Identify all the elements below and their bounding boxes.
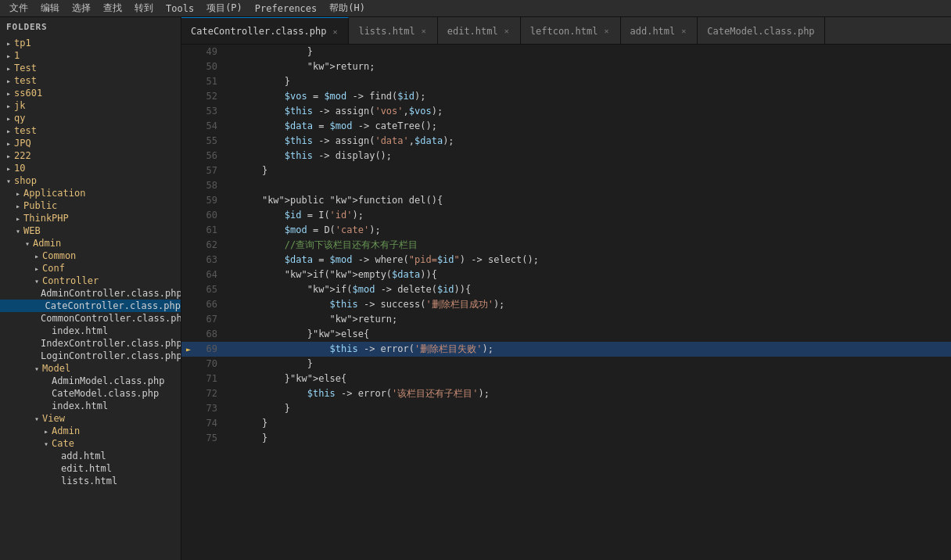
line-number: 51: [196, 74, 227, 89]
menu-help[interactable]: 帮助(H): [323, 0, 371, 16]
tree-label: ss601: [14, 88, 42, 99]
tree-item-jk[interactable]: ▸jk: [0, 99, 181, 112]
code-editor[interactable]: 49 }50 "kw">return;51 }52 $vos = $mod ->…: [181, 45, 951, 560]
menu-select[interactable]: 选择: [66, 0, 97, 16]
tab-close-btn[interactable]: ✕: [420, 26, 428, 36]
folder-arrow: ▸: [31, 264, 42, 273]
tab-tab2[interactable]: lists.html✕: [349, 17, 437, 45]
tab-label: add.html: [630, 26, 676, 37]
tab-close-btn[interactable]: ✕: [331, 27, 339, 37]
tree-item-1[interactable]: ▸1: [0, 49, 181, 62]
tree-item-Common[interactable]: ▸Common: [0, 249, 181, 262]
tree-label: View: [42, 413, 65, 424]
tree-item-10[interactable]: ▸10: [0, 162, 181, 174]
tree-item-test2[interactable]: ▸test: [0, 124, 181, 137]
tree-label: Conf: [42, 263, 65, 274]
folder-arrow: ▸: [3, 127, 14, 135]
line-content: "kw">public "kw">function del(){: [227, 193, 951, 208]
tree-item-LoginController[interactable]: LoginController.class.php: [0, 350, 181, 362]
tree-item-indexhtml2[interactable]: index.html: [0, 400, 181, 412]
line-content: }: [227, 401, 951, 416]
line-content: $this -> assign('data',$data);: [227, 134, 951, 149]
menu-goto[interactable]: 转到: [128, 0, 160, 16]
line-arrow: [181, 267, 196, 282]
menu-file[interactable]: 文件: [3, 0, 34, 16]
code-line: 68 }"kw">else{: [181, 327, 951, 342]
tree-item-Cate[interactable]: ▾Cate: [0, 437, 181, 450]
line-content: }: [227, 163, 951, 178]
line-content: }: [227, 357, 951, 372]
tree-item-Application[interactable]: ▸Application: [0, 187, 181, 199]
line-content: "kw">return;: [227, 312, 951, 327]
line-number: 70: [196, 357, 227, 372]
tree-item-tp1[interactable]: ▸tp1: [0, 37, 181, 49]
editor-tabs: CateController.class.php✕lists.html✕edit…: [181, 17, 951, 45]
menu-tools[interactable]: Tools: [160, 0, 200, 16]
tree-item-CommonController[interactable]: CommonController.class.php: [0, 312, 181, 325]
tab-tab1[interactable]: CateController.class.php✕: [181, 17, 349, 45]
line-number: 56: [196, 149, 227, 163]
line-content: }: [227, 416, 951, 431]
tab-tab4[interactable]: leftcon.html✕: [521, 17, 621, 45]
code-line: 57 }: [181, 163, 951, 178]
tab-tab3[interactable]: edit.html✕: [438, 17, 521, 45]
line-number: 50: [196, 59, 227, 74]
tree-item-ss601[interactable]: ▸ss601: [0, 87, 181, 99]
folder-arrow: ▾: [22, 239, 33, 248]
tree-item-Controller[interactable]: ▾Controller: [0, 275, 181, 287]
tree-item-AdminController[interactable]: AdminController.class.php: [0, 287, 181, 300]
tree-item-AdminModel[interactable]: AdminModel.class.php: [0, 375, 181, 387]
tree-item-listshtml[interactable]: lists.html: [0, 475, 181, 487]
code-line: 58: [181, 178, 951, 193]
tree-item-Admin[interactable]: ▾Admin: [0, 237, 181, 249]
tree-item-CateController[interactable]: CateController.class.php: [0, 300, 181, 312]
menu-project[interactable]: 项目(P): [200, 0, 249, 16]
tree-item-Public[interactable]: ▸Public: [0, 199, 181, 212]
tree-item-IndexController[interactable]: IndexController.class.php: [0, 337, 181, 350]
tree-item-addhtml[interactable]: add.html: [0, 450, 181, 462]
tree-item-ThinkPHP[interactable]: ▸ThinkPHP: [0, 212, 181, 224]
tree-item-JPQ[interactable]: ▸JPQ: [0, 137, 181, 149]
tree-item-indexhtml[interactable]: index.html: [0, 325, 181, 337]
code-line: 52 $vos = $mod -> find($id);: [181, 89, 951, 104]
menu-preferences[interactable]: Preferences: [249, 0, 323, 16]
tree-item-CateModel[interactable]: CateModel.class.php: [0, 387, 181, 400]
tree-label: WEB: [23, 225, 41, 236]
code-line: 49 }: [181, 45, 951, 59]
file-tree: ▸tp1▸1▸Test▸test▸ss601▸jk▸qy▸test▸JPQ▸22…: [0, 37, 181, 487]
line-number: 69: [196, 342, 227, 357]
tree-item-View[interactable]: ▾View: [0, 412, 181, 425]
code-line: 51 }: [181, 74, 951, 89]
tab-close-btn[interactable]: ✕: [503, 26, 511, 36]
line-content: $this -> error('该栏目还有子栏目');: [227, 386, 951, 401]
tab-close-btn[interactable]: ✕: [680, 26, 687, 36]
tree-label: CateModel.class.php: [52, 388, 159, 399]
line-arrow: [181, 253, 196, 267]
menu-edit[interactable]: 编辑: [34, 0, 66, 16]
tab-tab5[interactable]: add.html✕: [621, 17, 698, 45]
tree-item-edithtml[interactable]: edit.html: [0, 462, 181, 475]
line-content: $data = $mod -> cateTree();: [227, 119, 951, 134]
line-arrow: [181, 401, 196, 416]
tree-item-Model[interactable]: ▾Model: [0, 362, 181, 375]
tree-label: 10: [14, 163, 25, 174]
code-line: 65 "kw">if($mod -> delete($id)){: [181, 282, 951, 297]
tree-item-Conf[interactable]: ▸Conf: [0, 262, 181, 275]
tree-item-Test[interactable]: ▸Test: [0, 62, 181, 74]
tab-tab6[interactable]: CateModel.class.php: [698, 17, 824, 45]
tree-item-222[interactable]: ▸222: [0, 149, 181, 162]
tree-item-qy[interactable]: ▸qy: [0, 112, 181, 124]
tree-item-test[interactable]: ▸test: [0, 74, 181, 87]
tree-label: Test: [14, 63, 37, 74]
tree-item-Admin2[interactable]: ▸Admin: [0, 425, 181, 437]
tree-item-WEB[interactable]: ▾WEB: [0, 224, 181, 237]
line-arrow: [181, 119, 196, 134]
tree-item-shop[interactable]: ▾shop: [0, 174, 181, 187]
menu-find[interactable]: 查找: [97, 0, 128, 16]
code-line: 61 $mod = D('cate');: [181, 223, 951, 238]
folder-arrow: ▾: [3, 177, 14, 185]
code-line: 74 }: [181, 416, 951, 431]
line-arrow: [181, 74, 196, 89]
line-content: "kw">return;: [227, 59, 951, 74]
tab-close-btn[interactable]: ✕: [602, 26, 610, 36]
